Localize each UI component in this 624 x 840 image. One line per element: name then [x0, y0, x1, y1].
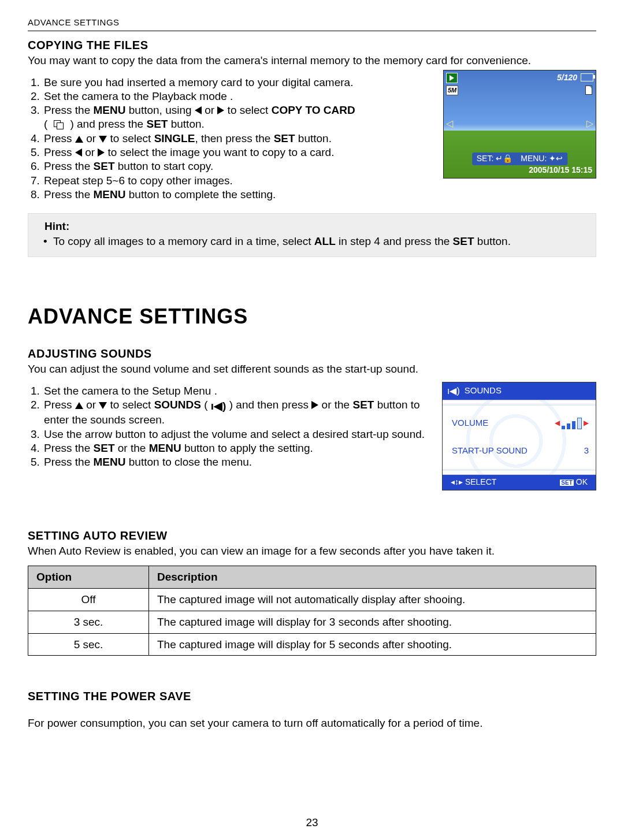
menu-titlebar: ı◀) SOUNDS: [443, 382, 596, 400]
step-3: Press the MENU button, using or to selec…: [43, 103, 434, 132]
up-arrow-icon: [75, 136, 83, 143]
step-1: Be sure you had inserted a memory card t…: [43, 76, 434, 90]
section-title-powersave: SETTING THE POWER SAVE: [28, 689, 596, 704]
dpad-icon: ◂↕▸: [451, 477, 463, 486]
sounds-steps: Set the camera to the Setup Menu . Press…: [28, 384, 433, 470]
step-5: Press or to select the image you want to…: [43, 146, 434, 159]
next-image-arrow-icon: ▷: [586, 118, 593, 129]
table-cell-option: Off: [28, 589, 149, 611]
step-6: Press the SET button to start copy.: [43, 159, 434, 173]
menu-title: SOUNDS: [465, 385, 502, 396]
table-header-row: Option Description: [28, 566, 596, 589]
copying-steps-col: Be sure you had inserted a memory card t…: [28, 72, 434, 208]
step-7: Repeat step 5~6 to copy other images.: [43, 174, 434, 188]
section-title-copying: COPYING THE FILES: [28, 38, 596, 53]
set-badge-icon: SET: [560, 480, 573, 486]
startup-sound-value: 3: [584, 445, 589, 456]
menu-row-volume: VOLUME ◀ ▶: [452, 418, 589, 429]
playback-mode-icon: [446, 73, 458, 83]
sound-step-3: Use the arrow button to adjust the volum…: [43, 428, 433, 441]
table-cell-desc: The captured image will not automaticall…: [149, 589, 596, 611]
table-cell-desc: The captured image will display for 3 se…: [149, 611, 596, 633]
sounds-intro: You can adjust the sound volume and set …: [28, 362, 596, 376]
table-header-description: Description: [149, 566, 596, 589]
battery-icon: [581, 73, 593, 81]
sound-step-5: Press the MENU button to close the menu.: [43, 455, 433, 469]
section-title-sounds: ADJUSTING SOUNDS: [28, 347, 596, 361]
speaker-icon: ı◀): [447, 385, 460, 397]
hint-title: Hint:: [44, 220, 584, 233]
page-number: 23: [0, 816, 624, 830]
sound-step-2: Press or to select SOUNDS ( ı◀) ) and th…: [43, 398, 433, 428]
table-row: Off The captured image will not automati…: [28, 589, 596, 611]
table-header-option: Option: [28, 566, 149, 589]
autoreview-table: Option Description Off The captured imag…: [28, 566, 596, 656]
sounds-layout: Set the camera to the Setup Menu . Press…: [28, 381, 596, 490]
table-cell-desc: The captured image will display for 5 se…: [149, 633, 596, 656]
copying-intro: You may want to copy the data from the c…: [28, 54, 596, 68]
volume-bars-icon: ◀ ▶: [555, 418, 589, 429]
right-arrow-icon: [98, 148, 105, 157]
copying-steps: Be sure you had inserted a memory card t…: [28, 76, 434, 202]
table-row: 3 sec. The captured image will display f…: [28, 611, 596, 633]
menu-body: VOLUME ◀ ▶ START-UP SOUND 3: [443, 400, 596, 475]
autoreview-intro: When Auto Review is enabled, you can vie…: [28, 544, 596, 558]
manual-page: ADVANCE SETTINGS COPYING THE FILES You m…: [0, 0, 624, 840]
left-arrow-icon: [195, 106, 202, 114]
left-arrow-icon: [75, 148, 82, 157]
card-icon: [585, 86, 592, 95]
step-2: Set the camera to the Playback mode .: [43, 90, 434, 103]
hint-box: Hint: • To copy all images to a memory c…: [28, 213, 596, 257]
down-arrow-icon: [99, 136, 107, 143]
sounds-steps-col: Set the camera to the Setup Menu . Press…: [28, 381, 433, 490]
table-cell-option: 5 sec.: [28, 633, 149, 656]
table-row: 5 sec. The captured image will display f…: [28, 633, 596, 656]
copy-to-card-icon: →: [54, 120, 64, 129]
powersave-intro: For power consumption, you can set your …: [28, 716, 596, 730]
resolution-badge: 5M: [446, 86, 458, 96]
chapter-title: ADVANCE SETTINGS: [28, 303, 596, 329]
header-rule: [28, 31, 596, 31]
menu-row-startup: START-UP SOUND 3: [452, 445, 589, 456]
sound-step-1: Set the camera to the Setup Menu .: [43, 384, 433, 398]
step-8: Press the MENU button to complete the se…: [43, 188, 434, 202]
step-4: Press or to select SINGLE, then press th…: [43, 132, 434, 146]
hint-body: • To copy all images to a memory card in…: [42, 235, 584, 248]
up-arrow-icon: [75, 402, 83, 409]
down-arrow-icon: [99, 402, 107, 409]
running-header: ADVANCE SETTINGS: [28, 17, 596, 28]
right-arrow-icon: [217, 106, 224, 114]
image-counter: 5/120: [557, 73, 577, 83]
prev-image-arrow-icon: ◁: [446, 118, 453, 129]
on-screen-hint-bar: SET: ↵🔒 MENU: ✦↩: [472, 153, 567, 165]
section-title-autoreview: SETTING AUTO REVIEW: [28, 529, 596, 543]
speaker-icon: ı◀): [211, 399, 226, 413]
camera-sounds-menu-screenshot: ı◀) SOUNDS VOLUME ◀ ▶ START-UP SOUND 3: [442, 382, 596, 490]
capture-datetime: 2005/10/15 15:15: [529, 165, 592, 176]
sound-step-4: Press the SET or the MENU button to appl…: [43, 441, 433, 455]
menu-footer: ◂↕▸ SELECT SETOK: [443, 475, 596, 490]
copying-layout: Be sure you had inserted a memory card t…: [28, 72, 596, 208]
right-arrow-icon: [311, 401, 318, 409]
table-cell-option: 3 sec.: [28, 611, 149, 633]
camera-playback-screenshot: 5/120 5M ◁ ▷ SET: ↵🔒 MENU: ✦↩ 2005/10/15…: [443, 70, 596, 179]
